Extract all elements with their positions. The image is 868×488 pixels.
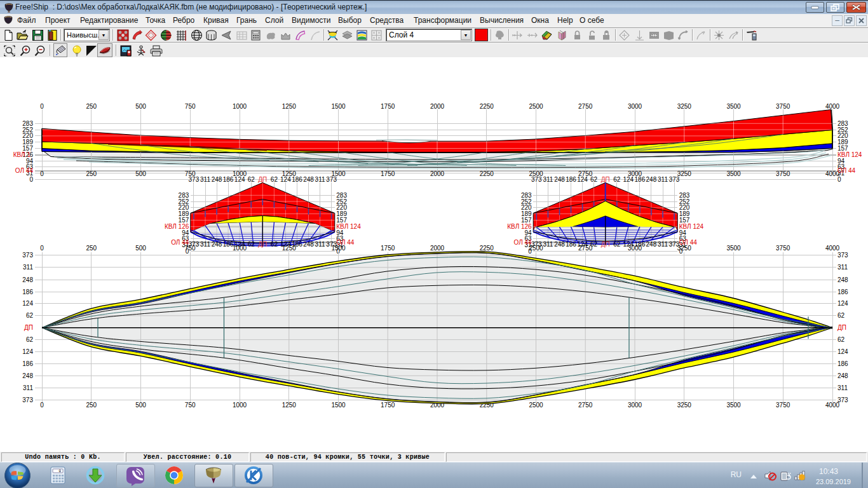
svg-text:250: 250: [86, 170, 97, 177]
svg-text:2250: 2250: [480, 170, 494, 177]
svg-text:124: 124: [22, 300, 33, 307]
svg-text:1500: 1500: [331, 402, 346, 409]
svg-text:КВЛ 1: КВЛ 1: [13, 151, 31, 158]
svg-text:1250: 1250: [282, 103, 297, 110]
svg-text:248: 248: [22, 372, 33, 379]
svg-text:124: 124: [22, 348, 33, 355]
svg-text:311: 311: [200, 241, 210, 248]
svg-text:186: 186: [635, 176, 646, 183]
svg-text:373: 373: [837, 396, 848, 403]
svg-text:КВЛ 126: КВЛ 126: [165, 223, 189, 230]
svg-text:373: 373: [22, 252, 33, 259]
svg-text:311: 311: [658, 176, 668, 183]
svg-text:1250: 1250: [282, 245, 297, 252]
svg-text:2750: 2750: [578, 103, 593, 110]
svg-text:186: 186: [566, 241, 576, 248]
svg-text:311: 311: [23, 264, 33, 271]
svg-text:1750: 1750: [381, 245, 395, 252]
svg-text:КВЛ 126: КВЛ 126: [507, 223, 532, 230]
svg-text:248: 248: [22, 276, 33, 283]
svg-text:62: 62: [248, 176, 255, 183]
svg-text:311: 311: [315, 241, 325, 248]
svg-text:186: 186: [566, 176, 576, 183]
svg-text:3250: 3250: [677, 402, 692, 409]
svg-text:750: 750: [185, 103, 196, 110]
svg-text:2750: 2750: [578, 402, 593, 409]
svg-text:1000: 1000: [233, 245, 247, 252]
svg-text:1500: 1500: [331, 103, 346, 110]
svg-text:248: 248: [837, 372, 848, 379]
svg-text:248: 248: [212, 241, 222, 248]
svg-text:124: 124: [837, 300, 848, 307]
svg-text:186: 186: [22, 288, 33, 295]
svg-text:373: 373: [669, 176, 680, 183]
svg-text:311: 311: [315, 176, 325, 183]
svg-text:248: 248: [837, 276, 848, 283]
svg-text:124: 124: [234, 176, 245, 183]
svg-text:186: 186: [223, 176, 234, 183]
svg-text:248: 248: [212, 176, 222, 183]
svg-text:ОЛ 44: ОЛ 44: [837, 167, 856, 174]
svg-text:186: 186: [837, 360, 848, 367]
svg-text:248: 248: [303, 176, 314, 183]
svg-text:3500: 3500: [726, 170, 741, 177]
svg-text:500: 500: [135, 170, 146, 177]
svg-text:0: 0: [58, 469, 61, 473]
svg-text:62: 62: [613, 176, 621, 183]
svg-text:КВЛ 124: КВЛ 124: [837, 151, 862, 158]
svg-text:3000: 3000: [628, 103, 642, 110]
svg-text:373: 373: [837, 252, 848, 259]
svg-text:0: 0: [40, 103, 44, 110]
svg-text:3000: 3000: [628, 245, 642, 252]
svg-text:4000: 4000: [825, 245, 840, 252]
svg-text:250: 250: [86, 402, 97, 409]
svg-text:1750: 1750: [381, 402, 395, 409]
svg-text:248: 248: [646, 176, 657, 183]
svg-text:250: 250: [86, 245, 97, 252]
svg-text:2750: 2750: [578, 245, 593, 252]
svg-text:0: 0: [40, 170, 44, 177]
svg-text:0: 0: [837, 176, 841, 183]
svg-text:750: 750: [185, 245, 196, 252]
svg-text:2000: 2000: [430, 245, 445, 252]
svg-text:62: 62: [26, 312, 34, 319]
svg-text:373: 373: [326, 176, 337, 183]
svg-text:3750: 3750: [776, 402, 790, 409]
svg-text:311: 311: [658, 241, 668, 248]
svg-text:248: 248: [554, 176, 565, 183]
svg-text:3500: 3500: [726, 402, 741, 409]
svg-text:1000: 1000: [233, 402, 247, 409]
svg-text:62: 62: [271, 176, 278, 183]
svg-text:0: 0: [40, 245, 44, 252]
svg-text:311: 311: [837, 264, 848, 271]
svg-text:62: 62: [271, 241, 278, 248]
svg-text:62: 62: [248, 241, 255, 248]
svg-text:1000: 1000: [233, 103, 247, 110]
svg-text:0: 0: [40, 402, 44, 409]
svg-text:311: 311: [837, 384, 848, 391]
svg-text:3750: 3750: [776, 170, 790, 177]
svg-text:250: 250: [86, 103, 97, 110]
svg-text:2250: 2250: [480, 103, 494, 110]
svg-text:500: 500: [135, 245, 146, 252]
svg-text:2250: 2250: [480, 245, 494, 252]
svg-text:2500: 2500: [529, 103, 543, 110]
svg-text:3750: 3750: [776, 103, 790, 110]
svg-text:124: 124: [623, 176, 634, 183]
svg-text:3000: 3000: [628, 402, 642, 409]
svg-text:3250: 3250: [677, 103, 692, 110]
svg-text:1250: 1250: [282, 402, 297, 409]
svg-text:62: 62: [26, 336, 34, 343]
svg-text:4000: 4000: [825, 103, 840, 110]
svg-text:62: 62: [613, 241, 621, 248]
svg-text:500: 500: [135, 103, 146, 110]
svg-text:1500: 1500: [331, 245, 346, 252]
svg-text:311: 311: [23, 384, 33, 391]
svg-text:0: 0: [29, 176, 33, 183]
svg-text:62: 62: [837, 312, 845, 319]
svg-text:186: 186: [837, 288, 848, 295]
svg-text:ОЛ 44: ОЛ 44: [15, 167, 34, 174]
svg-text:2500: 2500: [529, 402, 543, 409]
svg-text:3500: 3500: [726, 103, 741, 110]
svg-text:248: 248: [646, 241, 657, 248]
